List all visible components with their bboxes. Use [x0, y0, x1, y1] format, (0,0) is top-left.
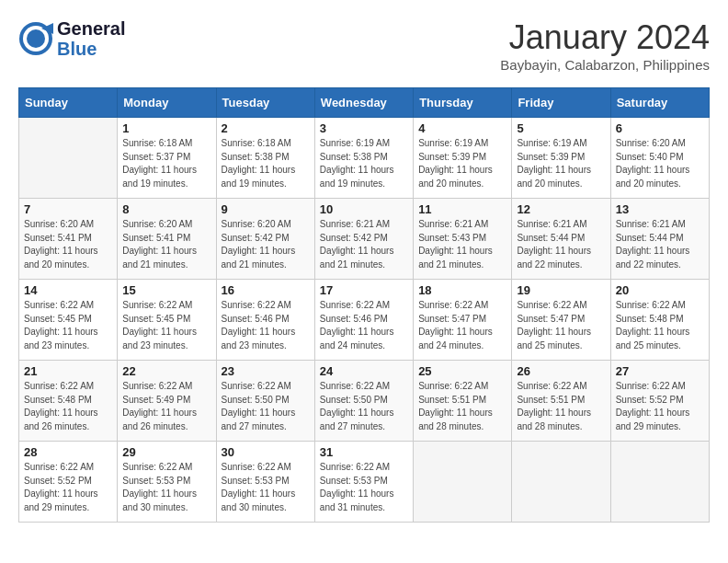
calendar-cell	[19, 118, 118, 199]
day-number: 31	[320, 445, 408, 459]
day-info: Sunrise: 6:21 AM Sunset: 5:44 PM Dayligh…	[517, 218, 605, 271]
calendar-cell: 8Sunrise: 6:20 AM Sunset: 5:41 PM Daylig…	[118, 199, 216, 280]
calendar-cell: 12Sunrise: 6:21 AM Sunset: 5:44 PM Dayli…	[512, 199, 610, 280]
day-header-wednesday: Wednesday	[314, 88, 413, 118]
calendar-cell: 9Sunrise: 6:20 AM Sunset: 5:42 PM Daylig…	[216, 199, 314, 280]
day-number: 4	[418, 121, 506, 135]
day-number: 10	[320, 202, 408, 216]
day-info: Sunrise: 6:22 AM Sunset: 5:52 PM Dayligh…	[616, 380, 704, 433]
day-info: Sunrise: 6:22 AM Sunset: 5:51 PM Dayligh…	[418, 380, 506, 433]
location: Baybayin, Calabarzon, Philippines	[500, 57, 710, 73]
day-number: 14	[24, 283, 112, 297]
calendar-cell: 14Sunrise: 6:22 AM Sunset: 5:45 PM Dayli…	[19, 280, 118, 361]
day-number: 8	[122, 202, 210, 216]
calendar-cell: 3Sunrise: 6:19 AM Sunset: 5:38 PM Daylig…	[314, 118, 413, 199]
day-number: 7	[24, 202, 112, 216]
day-info: Sunrise: 6:22 AM Sunset: 5:49 PM Dayligh…	[122, 380, 210, 433]
day-number: 30	[222, 445, 310, 459]
day-info: Sunrise: 6:19 AM Sunset: 5:39 PM Dayligh…	[418, 137, 506, 190]
day-info: Sunrise: 6:22 AM Sunset: 5:51 PM Dayligh…	[517, 380, 605, 433]
calendar-header-row: SundayMondayTuesdayWednesdayThursdayFrid…	[19, 88, 710, 118]
day-number: 5	[517, 121, 605, 135]
title-section: January 2024 Baybayin, Calabarzon, Phili…	[500, 18, 710, 73]
day-info: Sunrise: 6:19 AM Sunset: 5:38 PM Dayligh…	[320, 137, 408, 190]
calendar-cell: 28Sunrise: 6:22 AM Sunset: 5:52 PM Dayli…	[19, 442, 118, 523]
calendar-cell: 17Sunrise: 6:22 AM Sunset: 5:46 PM Dayli…	[314, 280, 413, 361]
calendar-week-row: 1Sunrise: 6:18 AM Sunset: 5:37 PM Daylig…	[19, 118, 710, 199]
calendar-cell: 21Sunrise: 6:22 AM Sunset: 5:48 PM Dayli…	[19, 361, 118, 442]
day-info: Sunrise: 6:22 AM Sunset: 5:53 PM Dayligh…	[122, 461, 210, 514]
day-number: 22	[122, 364, 210, 378]
calendar-week-row: 28Sunrise: 6:22 AM Sunset: 5:52 PM Dayli…	[19, 442, 710, 523]
day-number: 20	[616, 283, 704, 297]
calendar-cell: 22Sunrise: 6:22 AM Sunset: 5:49 PM Dayli…	[118, 361, 216, 442]
day-info: Sunrise: 6:18 AM Sunset: 5:37 PM Dayligh…	[122, 137, 210, 190]
day-info: Sunrise: 6:22 AM Sunset: 5:45 PM Dayligh…	[24, 299, 112, 352]
day-number: 18	[418, 283, 506, 297]
calendar-cell: 6Sunrise: 6:20 AM Sunset: 5:40 PM Daylig…	[610, 118, 709, 199]
calendar-cell: 19Sunrise: 6:22 AM Sunset: 5:47 PM Dayli…	[512, 280, 610, 361]
day-info: Sunrise: 6:22 AM Sunset: 5:53 PM Dayligh…	[222, 461, 310, 514]
day-number: 13	[616, 202, 704, 216]
calendar-week-row: 21Sunrise: 6:22 AM Sunset: 5:48 PM Dayli…	[19, 361, 710, 442]
day-header-thursday: Thursday	[414, 88, 512, 118]
calendar-cell: 23Sunrise: 6:22 AM Sunset: 5:50 PM Dayli…	[216, 361, 314, 442]
calendar-cell: 5Sunrise: 6:19 AM Sunset: 5:39 PM Daylig…	[512, 118, 610, 199]
calendar-cell: 4Sunrise: 6:19 AM Sunset: 5:39 PM Daylig…	[414, 118, 512, 199]
calendar-cell: 11Sunrise: 6:21 AM Sunset: 5:43 PM Dayli…	[414, 199, 512, 280]
day-number: 15	[122, 283, 210, 297]
day-info: Sunrise: 6:20 AM Sunset: 5:42 PM Dayligh…	[222, 218, 310, 271]
svg-point-2	[27, 29, 45, 48]
calendar-cell: 13Sunrise: 6:21 AM Sunset: 5:44 PM Dayli…	[610, 199, 709, 280]
day-number: 11	[418, 202, 506, 216]
calendar-cell: 20Sunrise: 6:22 AM Sunset: 5:48 PM Dayli…	[610, 280, 709, 361]
day-info: Sunrise: 6:22 AM Sunset: 5:46 PM Dayligh…	[320, 299, 408, 352]
day-header-monday: Monday	[118, 88, 216, 118]
day-number: 2	[222, 121, 310, 135]
calendar-cell: 15Sunrise: 6:22 AM Sunset: 5:45 PM Dayli…	[118, 280, 216, 361]
day-number: 1	[122, 121, 210, 135]
calendar-cell	[512, 442, 610, 523]
calendar-cell: 30Sunrise: 6:22 AM Sunset: 5:53 PM Dayli…	[216, 442, 314, 523]
calendar-cell: 24Sunrise: 6:22 AM Sunset: 5:50 PM Dayli…	[314, 361, 413, 442]
day-number: 16	[222, 283, 310, 297]
day-info: Sunrise: 6:22 AM Sunset: 5:53 PM Dayligh…	[320, 461, 408, 514]
day-number: 9	[222, 202, 310, 216]
day-number: 25	[418, 364, 506, 378]
day-info: Sunrise: 6:20 AM Sunset: 5:41 PM Dayligh…	[24, 218, 112, 271]
month-title: January 2024	[500, 18, 710, 57]
day-info: Sunrise: 6:21 AM Sunset: 5:43 PM Dayligh…	[418, 218, 506, 271]
page-header: General Blue January 2024 Baybayin, Cala…	[18, 18, 710, 73]
logo: General Blue	[18, 18, 125, 59]
calendar-cell: 31Sunrise: 6:22 AM Sunset: 5:53 PM Dayli…	[314, 442, 413, 523]
day-number: 29	[122, 445, 210, 459]
day-info: Sunrise: 6:21 AM Sunset: 5:42 PM Dayligh…	[320, 218, 408, 271]
calendar-cell: 16Sunrise: 6:22 AM Sunset: 5:46 PM Dayli…	[216, 280, 314, 361]
logo-blue: Blue	[57, 39, 97, 59]
day-number: 21	[24, 364, 112, 378]
day-info: Sunrise: 6:22 AM Sunset: 5:50 PM Dayligh…	[222, 380, 310, 433]
day-number: 6	[616, 121, 704, 135]
calendar-cell	[414, 442, 512, 523]
day-info: Sunrise: 6:22 AM Sunset: 5:47 PM Dayligh…	[418, 299, 506, 352]
calendar-cell: 26Sunrise: 6:22 AM Sunset: 5:51 PM Dayli…	[512, 361, 610, 442]
day-number: 24	[320, 364, 408, 378]
day-number: 27	[616, 364, 704, 378]
calendar-cell: 29Sunrise: 6:22 AM Sunset: 5:53 PM Dayli…	[118, 442, 216, 523]
calendar-cell: 25Sunrise: 6:22 AM Sunset: 5:51 PM Dayli…	[414, 361, 512, 442]
day-header-tuesday: Tuesday	[216, 88, 314, 118]
logo-icon	[18, 21, 53, 56]
day-info: Sunrise: 6:18 AM Sunset: 5:38 PM Dayligh…	[222, 137, 310, 190]
calendar-cell: 2Sunrise: 6:18 AM Sunset: 5:38 PM Daylig…	[216, 118, 314, 199]
day-info: Sunrise: 6:22 AM Sunset: 5:45 PM Dayligh…	[122, 299, 210, 352]
day-number: 17	[320, 283, 408, 297]
day-info: Sunrise: 6:22 AM Sunset: 5:47 PM Dayligh…	[517, 299, 605, 352]
day-number: 12	[517, 202, 605, 216]
day-info: Sunrise: 6:21 AM Sunset: 5:44 PM Dayligh…	[616, 218, 704, 271]
day-number: 26	[517, 364, 605, 378]
day-info: Sunrise: 6:22 AM Sunset: 5:46 PM Dayligh…	[222, 299, 310, 352]
calendar-cell: 27Sunrise: 6:22 AM Sunset: 5:52 PM Dayli…	[610, 361, 709, 442]
calendar-cell	[610, 442, 709, 523]
day-info: Sunrise: 6:20 AM Sunset: 5:40 PM Dayligh…	[616, 137, 704, 190]
day-info: Sunrise: 6:22 AM Sunset: 5:52 PM Dayligh…	[24, 461, 112, 514]
